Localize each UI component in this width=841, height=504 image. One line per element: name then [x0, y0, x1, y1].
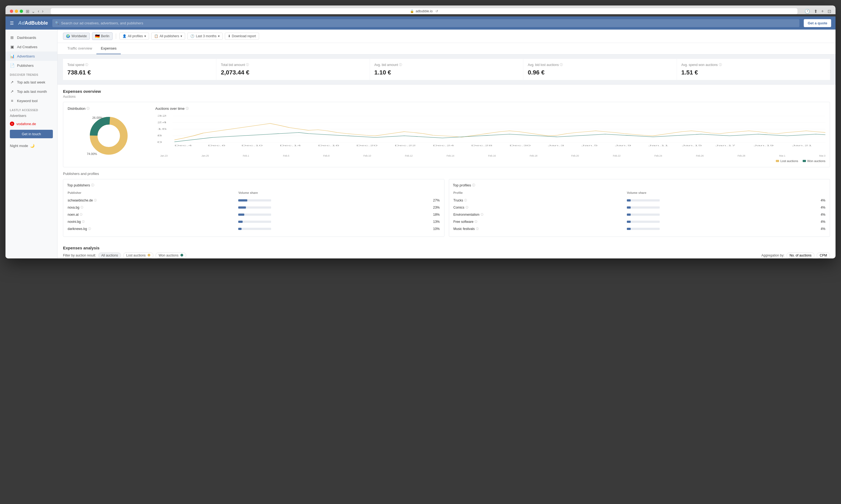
svg-text:Dec.4: Dec.4 [175, 145, 192, 147]
get-in-touch-button[interactable]: Get in touch [10, 130, 53, 138]
advertiser-section-label: Advertisers [5, 113, 57, 120]
top-profiles-info[interactable]: ⓘ [472, 183, 475, 187]
vodafone-link[interactable]: V vodafone.de [5, 120, 57, 128]
table-row: dariknews.bg ⓘ 10% [68, 226, 440, 232]
berlin-filter[interactable]: 🇩🇪 Berlin [92, 32, 112, 40]
forward-button[interactable]: › [42, 9, 43, 14]
avg-bid-info[interactable]: ⓘ [399, 63, 402, 67]
profiles-table: Profile Volume share Trucks ⓘ 4% [453, 191, 826, 233]
table-row: Environmentalism ⓘ 4% [453, 211, 826, 218]
window-chevron[interactable]: ⌄ [32, 9, 35, 14]
sidebar-item-top-ads-week[interactable]: ↗ Top ads last week [5, 77, 57, 87]
lost-auctions-legend-label: Lost auctions [781, 159, 798, 163]
table-row: Comics ⓘ 4% [453, 204, 826, 211]
svg-point-2 [101, 128, 117, 144]
total-bid-info[interactable]: ⓘ [246, 63, 249, 67]
avg-bid-lost-info[interactable]: ⓘ [560, 63, 563, 67]
total-spend-info[interactable]: ⓘ [85, 63, 88, 67]
top-profiles-title: Top profiles [453, 183, 471, 187]
close-button[interactable] [10, 10, 13, 13]
svg-text:Jan.5: Jan.5 [581, 145, 598, 147]
sidebar-item-dashboards[interactable]: ⊞ Dashboards [5, 33, 57, 42]
sidebar-label-ad-creatives: Ad Creatives [17, 45, 37, 49]
minimize-button[interactable] [15, 10, 18, 13]
date-chevron: ▾ [218, 34, 220, 38]
get-quote-button[interactable]: Get a quote [804, 19, 831, 27]
top-ads-week-icon: ↗ [10, 80, 14, 84]
sidebar-item-publishers[interactable]: 📄 Publishers [5, 61, 57, 70]
publisher-bar [238, 218, 431, 225]
table-row: nova.bg ⓘ 23% [68, 204, 440, 211]
agg-no-auctions-btn[interactable]: No. of auctions [787, 252, 815, 258]
won-auctions-legend-label: Won auctions [807, 159, 825, 163]
search-input[interactable] [52, 19, 799, 27]
all-profiles-filter[interactable]: 👤 All profiles ▾ [120, 33, 149, 40]
distribution-title: Distribution [68, 107, 86, 111]
all-publishers-filter[interactable]: 📋 All publishers ▾ [151, 33, 185, 40]
new-tab-icon[interactable]: + [821, 9, 824, 14]
sidebar-item-ad-creatives[interactable]: ▣ Ad Creatives [5, 42, 57, 52]
agg-cpm-btn[interactable]: CPM [817, 252, 830, 258]
table-row: Free software ⓘ 4% [453, 218, 826, 225]
vodafone-label: vodafone.de [16, 122, 36, 126]
svg-text:8: 8 [157, 134, 162, 137]
expenses-overview-subtitle: Auctions [63, 95, 830, 98]
won-toggle-dot [180, 254, 183, 256]
share-icon[interactable]: ⬆ [814, 9, 818, 14]
clock-icon[interactable]: 🕐 [805, 9, 810, 14]
avg-spend-won-info[interactable]: ⓘ [719, 63, 722, 67]
address-bar[interactable]: 🔒 adbubble.io ↺ [51, 8, 798, 14]
sidebar-item-keyword-tool[interactable]: ≡ Keyword tool [5, 96, 57, 105]
profile-bar [627, 226, 817, 232]
distribution-info[interactable]: ⓘ [87, 107, 90, 111]
filter-lost-auctions[interactable]: Lost auctions [123, 252, 154, 258]
tab-traffic[interactable]: Traffic overview [63, 43, 96, 54]
table-row: schwaebische.de ⓘ 27% [68, 197, 440, 204]
publishers-table: Publisher Volume share schwaebische.de ⓘ [67, 191, 440, 233]
publisher-name: dariknews.bg ⓘ [68, 226, 238, 232]
svg-text:Jan.9: Jan.9 [615, 145, 631, 147]
back-button[interactable]: ‹ [38, 9, 39, 14]
svg-text:Jan.3: Jan.3 [548, 145, 564, 147]
metric-avg-bid-lost: Avg. bid lost auctions ⓘ 0.96 € [523, 59, 676, 80]
profile-name: Music festivals ⓘ [453, 226, 627, 232]
svg-text:Dec.20: Dec.20 [356, 145, 377, 147]
sidebar-label-publishers: Publishers [17, 64, 34, 68]
profiles-icon: 👤 [122, 34, 126, 38]
download-report-button[interactable]: ⬇ Download report [225, 33, 259, 40]
tabs-icon[interactable]: ⊡ [827, 9, 831, 14]
hamburger-menu[interactable]: ☰ [10, 20, 14, 26]
app-logo: AdAdBubble [18, 20, 48, 26]
clock-filter-icon: 🕐 [190, 34, 194, 38]
sidebar-item-top-ads-month[interactable]: ↗ Top ads last month [5, 87, 57, 96]
filter-all-auctions[interactable]: All auctions [98, 252, 121, 258]
lost-auctions-legend-dot [776, 160, 779, 162]
tab-expenses[interactable]: Expenses [96, 43, 121, 54]
publisher-name: nova.bg ⓘ [68, 204, 238, 211]
globe-icon: 🌍 [66, 34, 70, 38]
metric-avg-spend-won: Avg. spend won auctions ⓘ 1.51 € [677, 59, 830, 80]
publisher-name: noen.at ⓘ [68, 211, 238, 218]
maximize-button[interactable] [20, 10, 23, 13]
donut-chart: 26.00% 74.00% [68, 114, 150, 158]
tab-bar: Traffic overview Expenses [57, 43, 836, 54]
filter-won-auctions[interactable]: Won auctions [156, 252, 186, 258]
night-mode-toggle[interactable]: Night mode 🌙 [5, 141, 57, 151]
profile-pct: 4% [817, 197, 825, 204]
svg-text:Jan.17: Jan.17 [715, 145, 735, 147]
profile-name: Environmentalism ⓘ [453, 211, 627, 218]
svg-text:Dec.28: Dec.28 [471, 145, 493, 147]
worldwide-filter[interactable]: 🌍 Worldwide [63, 33, 90, 40]
window-icon[interactable]: ⊞ [26, 9, 29, 14]
publishers-filter-icon: 📋 [154, 34, 158, 38]
publishers-chevron: ▾ [180, 34, 182, 38]
publisher-name: schwaebische.de ⓘ [68, 197, 238, 204]
top-publishers-info[interactable]: ⓘ [91, 183, 94, 187]
sidebar-label-dashboards: Dashboards [17, 36, 36, 40]
top-publishers-title: Top publishers [67, 183, 90, 187]
sidebar-item-advertisers[interactable]: 📊 Advertisers [5, 52, 57, 61]
auctions-over-time-info[interactable]: ⓘ [186, 107, 189, 111]
profile-bar [627, 211, 817, 218]
last-3-months-filter[interactable]: 🕐 Last 3 months ▾ [187, 33, 222, 40]
filter-by-label: Filter by auction result: [63, 253, 96, 257]
